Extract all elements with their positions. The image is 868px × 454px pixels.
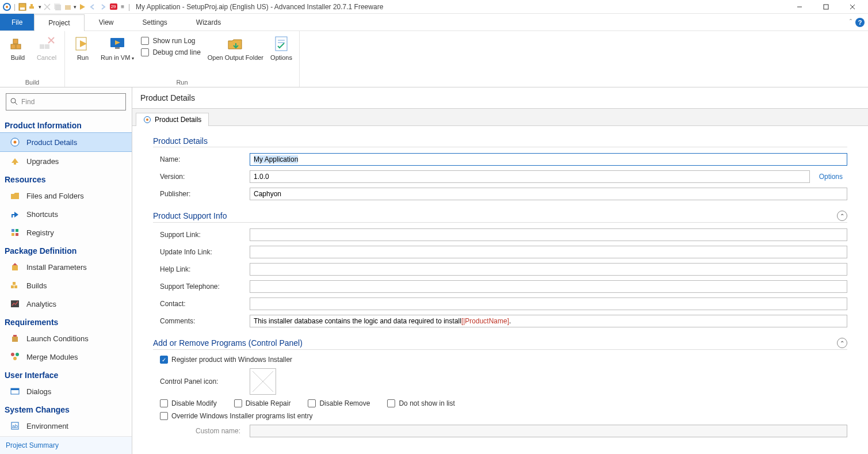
update-link-label: Update Info Link: [153, 248, 245, 256]
support-tel-field[interactable] [250, 280, 847, 293]
update-link-field[interactable] [250, 246, 847, 258]
custom-name-label: Custom name: [153, 427, 245, 435]
disable-modify-checkbox[interactable]: Disable Modify [160, 399, 217, 407]
checkbox-icon [387, 399, 395, 407]
sidebar-item-product-details[interactable]: Product Details [0, 132, 132, 152]
sidebar-item-shortcuts[interactable]: Shortcuts [0, 205, 132, 223]
dialogs-icon [9, 386, 21, 397]
nav-section-package-def: Package Definition [0, 242, 132, 258]
dropdown-caret-icon[interactable]: ▾ [74, 4, 77, 10]
support-link-field[interactable] [250, 228, 847, 241]
sidebar-item-analytics[interactable]: Analytics [0, 295, 132, 313]
svg-rect-35 [13, 282, 16, 285]
close-button[interactable] [839, 0, 866, 14]
register-product-checkbox[interactable]: ✓ Register product with Windows Installe… [160, 356, 292, 364]
help-button[interactable]: ? [855, 18, 865, 27]
options-button[interactable]: Options [268, 33, 295, 62]
collapse-icon[interactable]: ⌃ [837, 211, 847, 221]
calendar-badge-icon[interactable]: 29 [109, 2, 118, 12]
nav-section-ui: User Interface [0, 366, 132, 382]
control-panel-icon-picker[interactable] [250, 368, 276, 395]
app-icon [2, 2, 12, 12]
environment-icon: ab [9, 420, 21, 432]
save-all-icon[interactable] [53, 2, 62, 12]
tab-product-details[interactable]: Product Details [136, 113, 209, 126]
version-field[interactable]: 1.0.0 [250, 170, 810, 183]
run-icon[interactable] [78, 2, 87, 12]
section-arp: Add or Remove Programs (Control Panel) ⌃ [153, 338, 847, 350]
help-link-field[interactable] [250, 263, 847, 276]
cancel-icon [37, 35, 56, 53]
ribbon-group-build: Build Cancel Build [0, 31, 65, 87]
sidebar-item-merge-modules[interactable]: Merge Modules [0, 348, 132, 366]
collapse-icon[interactable]: ⌃ [837, 338, 847, 348]
svg-point-23 [11, 98, 16, 103]
svg-rect-20 [276, 37, 287, 51]
checkbox-icon: ✓ [160, 356, 168, 364]
forward-icon[interactable] [98, 2, 108, 12]
tab-settings[interactable]: Settings [128, 14, 182, 30]
disable-remove-checkbox[interactable]: Disable Remove [308, 399, 370, 407]
svg-rect-29 [16, 229, 18, 232]
debug-cmd-line-checkbox[interactable]: Debug cmd line [141, 48, 200, 56]
cp-icon-label: Control Panel icon: [153, 377, 245, 386]
sidebar-item-registry[interactable]: Registry [0, 223, 132, 242]
svg-rect-27 [14, 163, 16, 165]
name-field[interactable]: My Application [250, 153, 847, 166]
sidebar-item-upgrades[interactable]: Upgrades [0, 152, 132, 170]
cancel-button: Cancel [33, 33, 60, 62]
sidebar-item-launch-conditions[interactable]: Launch Conditions [0, 329, 132, 348]
tab-project[interactable]: Project [34, 14, 84, 31]
back-icon[interactable] [88, 2, 97, 12]
merge-modules-icon [9, 351, 21, 363]
tab-view[interactable]: View [85, 14, 128, 30]
cut-icon[interactable] [43, 2, 52, 12]
no-show-checkbox[interactable]: Do not show in list [387, 399, 454, 407]
qat-customize-icon[interactable]: ≡ [121, 3, 124, 10]
override-list-checkbox[interactable]: Override Windows Installer programs list… [160, 412, 312, 420]
dropdown-caret-icon[interactable]: ▾ [39, 4, 41, 10]
run-in-vm-button[interactable]: Run in VM ▾ [98, 33, 136, 63]
page-title: Product Details [132, 87, 868, 109]
support-tel-label: Support Telephone: [153, 283, 245, 291]
folder-icon [9, 190, 21, 201]
tab-wizards[interactable]: Wizards [182, 14, 235, 30]
open-output-folder-button[interactable]: Open Output Folder [205, 33, 266, 62]
save-icon[interactable] [18, 2, 27, 12]
comments-field[interactable]: This installer database contains the log… [250, 315, 847, 327]
svg-rect-19 [115, 47, 120, 49]
project-summary-link[interactable]: Project Summary [0, 436, 132, 454]
contact-label: Contact: [153, 300, 245, 308]
show-run-log-checkbox[interactable]: Show run Log [141, 37, 200, 45]
collapse-ribbon-icon[interactable]: ˆ [850, 18, 852, 26]
custom-name-field[interactable] [250, 425, 847, 437]
svg-point-39 [16, 353, 19, 356]
search-input[interactable]: Find [6, 93, 126, 110]
form-pane[interactable]: Product Details Name: My Application Ver… [132, 126, 868, 454]
nav-section-product-info: Product Information [0, 116, 132, 132]
publisher-field[interactable]: Caphyon [250, 188, 847, 200]
sidebar-item-environment[interactable]: ab Environment [0, 417, 132, 435]
sidebar-item-files-folders[interactable]: Files and Folders [0, 186, 132, 205]
file-menu[interactable]: File [0, 14, 34, 30]
version-label: Version: [153, 173, 245, 181]
nav-tree: Product Information Product Details Upgr… [0, 116, 132, 436]
minimize-button[interactable] [786, 0, 813, 14]
version-options-link[interactable]: Options [815, 173, 847, 181]
run-vm-icon [108, 35, 127, 53]
svg-point-1 [6, 6, 8, 8]
ribbon-group-label: Build [5, 78, 60, 86]
builds-icon[interactable] [28, 2, 37, 12]
sidebar-item-dialogs[interactable]: Dialogs [0, 382, 132, 400]
run-button[interactable]: Run [70, 33, 96, 62]
section-support-info: Product Support Info ⌃ [153, 211, 847, 223]
disable-repair-checkbox[interactable]: Disable Repair [234, 399, 291, 407]
build-button[interactable]: Build [5, 33, 31, 62]
support-link-label: Support Link: [153, 231, 245, 239]
help-link-label: Help Link: [153, 265, 245, 273]
sidebar-item-builds[interactable]: Builds [0, 276, 132, 295]
box-icon[interactable] [63, 2, 72, 12]
sidebar-item-install-params[interactable]: Install Parameters [0, 258, 132, 276]
maximize-button[interactable] [813, 0, 839, 14]
contact-field[interactable] [250, 297, 847, 310]
